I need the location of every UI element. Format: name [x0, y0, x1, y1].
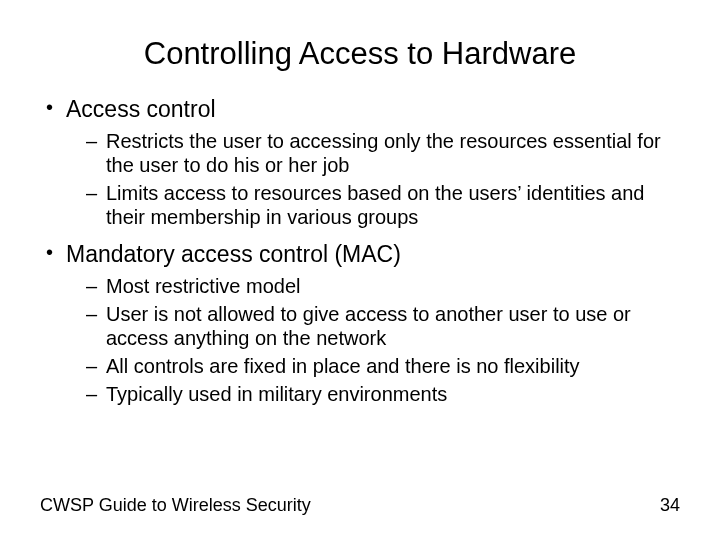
- section: Access control Restricts the user to acc…: [40, 96, 680, 229]
- level2-bullet: All controls are fixed in place and ther…: [40, 354, 680, 378]
- slide-title: Controlling Access to Hardware: [40, 36, 680, 72]
- level2-bullet: Restricts the user to accessing only the…: [40, 129, 680, 177]
- level2-bullet: User is not allowed to give access to an…: [40, 302, 680, 350]
- level2-bullet: Most restrictive model: [40, 274, 680, 298]
- section: Mandatory access control (MAC) Most rest…: [40, 241, 680, 406]
- level1-bullet: Access control: [40, 96, 680, 123]
- level2-bullet: Typically used in military environments: [40, 382, 680, 406]
- level2-bullet: Limits access to resources based on the …: [40, 181, 680, 229]
- slide: Controlling Access to Hardware Access co…: [0, 0, 720, 540]
- footer-left: CWSP Guide to Wireless Security: [40, 495, 311, 516]
- level1-bullet: Mandatory access control (MAC): [40, 241, 680, 268]
- bullet-list: Access control Restricts the user to acc…: [40, 96, 680, 406]
- footer: CWSP Guide to Wireless Security 34: [40, 495, 680, 516]
- page-number: 34: [660, 495, 680, 516]
